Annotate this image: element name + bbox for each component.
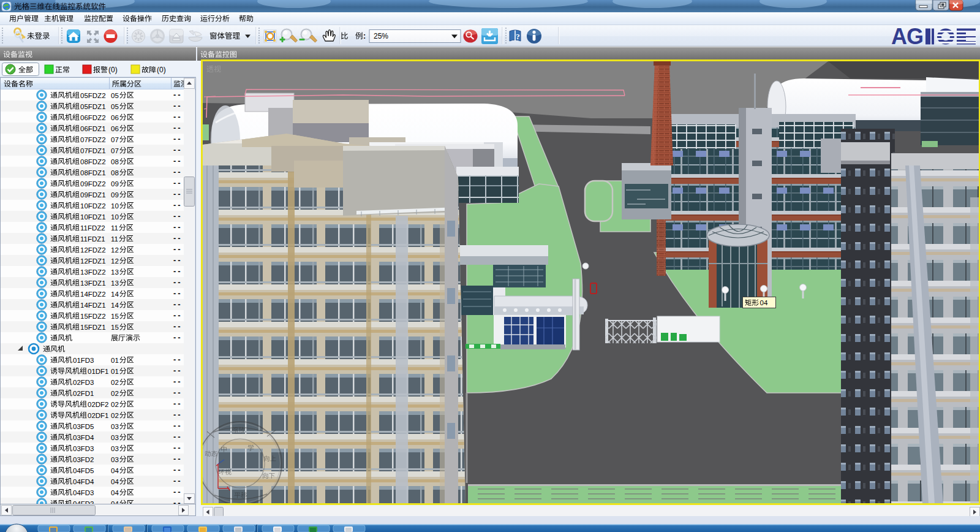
svg-text:01FD3: 01FD3 [73, 357, 94, 364]
svg-text:02FD1: 02FD1 [73, 390, 94, 397]
svg-text:08FDZ1: 08FDZ1 [80, 169, 106, 177]
svg-text:11: 11 [111, 235, 118, 243]
svg-text:--: -- [173, 189, 183, 199]
svg-text:--: -- [173, 123, 183, 132]
svg-text:--: -- [173, 90, 183, 99]
svg-text:04FD4: 04FD4 [73, 478, 94, 485]
svg-text:--: -- [173, 410, 183, 419]
svg-text:08: 08 [111, 158, 119, 165]
svg-text:12: 12 [111, 257, 119, 265]
svg-text:13: 13 [111, 268, 119, 276]
svg-text:03FD2: 03FD2 [73, 456, 94, 463]
svg-text:13FDZ1: 13FDZ1 [80, 279, 106, 287]
svg-text:10: 10 [111, 213, 119, 221]
svg-text:03FD4: 03FD4 [73, 434, 94, 441]
svg-text:09FDZ2: 09FDZ2 [80, 180, 106, 188]
svg-text:--: -- [173, 487, 183, 496]
svg-text:10FDZ2: 10FDZ2 [80, 202, 106, 210]
svg-text:--: -- [173, 101, 183, 110]
svg-text:--: -- [173, 366, 183, 375]
svg-text:02: 02 [111, 401, 119, 408]
svg-text:--: -- [173, 200, 183, 210]
svg-text:(0): (0) [108, 66, 118, 74]
svg-text:06: 06 [111, 125, 119, 132]
svg-text:11FDZ1: 11FDZ1 [80, 235, 105, 243]
svg-text:13: 13 [111, 279, 119, 287]
svg-text:--: -- [173, 355, 183, 364]
svg-text:15FDZ1: 15FDZ1 [80, 324, 106, 331]
svg-text:05: 05 [111, 92, 119, 99]
svg-text:11FDZ2: 11FDZ2 [80, 224, 105, 232]
svg-text:AG: AG [891, 24, 923, 49]
svg-text:04FD3: 04FD3 [73, 489, 94, 496]
svg-text:--: -- [173, 256, 183, 265]
svg-text:--: -- [173, 476, 183, 485]
svg-text:14: 14 [111, 291, 119, 298]
svg-text:--: -- [173, 454, 183, 463]
svg-text:08FDZ2: 08FDZ2 [80, 158, 106, 165]
svg-text:--: -- [173, 311, 183, 320]
svg-text:02DF1: 02DF1 [88, 412, 109, 419]
svg-text:03: 03 [111, 445, 119, 452]
svg-text:15: 15 [111, 313, 119, 320]
svg-text:--: -- [173, 465, 183, 474]
svg-text:05FDZ1: 05FDZ1 [80, 103, 106, 110]
svg-text:14: 14 [111, 302, 119, 309]
svg-text:--: -- [173, 377, 183, 386]
svg-text:05FDZ2: 05FDZ2 [80, 92, 106, 99]
svg-text:10FDZ1: 10FDZ1 [80, 213, 106, 221]
svg-text:04: 04 [111, 478, 119, 485]
svg-text:03FD3: 03FD3 [73, 445, 94, 452]
svg-text:02: 02 [111, 379, 119, 386]
svg-text:--: -- [173, 167, 183, 177]
svg-text:25%: 25% [374, 32, 388, 40]
svg-text:--: -- [173, 145, 183, 154]
svg-text::: : [363, 32, 366, 40]
svg-text:--: -- [173, 388, 183, 397]
svg-text:14FDZ2: 14FDZ2 [80, 291, 106, 298]
svg-text:--: -- [173, 211, 183, 221]
svg-text:01: 01 [111, 368, 119, 375]
svg-text:02FD3: 02FD3 [73, 379, 94, 386]
svg-text:?: ? [516, 32, 520, 41]
svg-text:04FD5: 04FD5 [73, 467, 94, 474]
svg-text:01DF1: 01DF1 [88, 368, 109, 375]
svg-text:06FDZ1: 06FDZ1 [80, 125, 106, 132]
svg-text:12: 12 [111, 246, 119, 254]
svg-text:09FDZ1: 09FDZ1 [80, 191, 106, 199]
svg-text:--: -- [173, 432, 183, 441]
svg-text:06: 06 [111, 114, 119, 121]
svg-text:09: 09 [111, 191, 119, 199]
svg-text:--: -- [173, 289, 183, 298]
svg-text:--: -- [173, 421, 183, 430]
svg-text:--: -- [173, 322, 183, 331]
svg-text:--: -- [173, 134, 183, 143]
svg-text:07: 07 [111, 136, 119, 143]
svg-text:--: -- [173, 333, 183, 342]
svg-text:15: 15 [111, 324, 119, 331]
svg-text:--: -- [173, 267, 183, 276]
svg-text:14FDZ1: 14FDZ1 [80, 302, 106, 309]
svg-text:--: -- [173, 278, 183, 287]
svg-text:01: 01 [111, 357, 119, 364]
svg-text:08: 08 [111, 169, 119, 177]
svg-text:03FD5: 03FD5 [73, 423, 94, 430]
svg-text:04: 04 [760, 299, 768, 306]
svg-text:02DF2: 02DF2 [88, 401, 109, 408]
svg-text:03: 03 [111, 456, 119, 463]
svg-text:06FDZ2: 06FDZ2 [80, 114, 106, 121]
svg-text:07: 07 [111, 147, 119, 154]
svg-text:07FDZ1: 07FDZ1 [80, 147, 106, 154]
svg-text:02: 02 [111, 412, 119, 419]
svg-text:--: -- [173, 245, 183, 254]
svg-text:02: 02 [111, 390, 119, 397]
svg-text:--: -- [173, 300, 183, 309]
svg-text:03: 03 [111, 434, 119, 441]
svg-text:09: 09 [111, 180, 119, 188]
svg-text:--: -- [173, 178, 183, 188]
svg-text:04: 04 [111, 467, 119, 474]
svg-text:11: 11 [111, 224, 118, 232]
svg-text:04: 04 [111, 489, 119, 496]
svg-text:05: 05 [111, 103, 119, 110]
svg-text:10: 10 [111, 202, 119, 210]
